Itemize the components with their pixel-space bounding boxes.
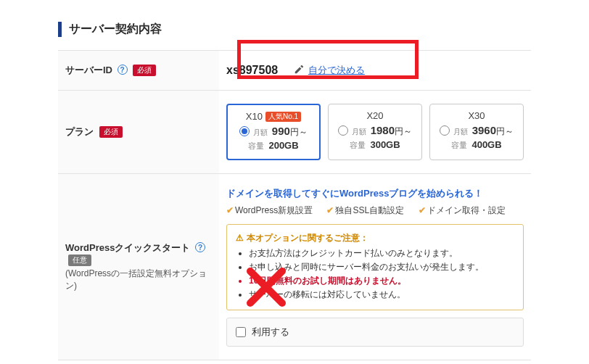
monthly-label: 月額 xyxy=(253,128,268,136)
notice-item: お支払方法はクレジットカード払いのみとなります。 xyxy=(249,247,514,260)
yen-suffix: 円～ xyxy=(395,126,412,136)
quickstart-use-checkbox-row[interactable]: 利用する xyxy=(226,318,524,347)
plan-label-cell: プラン 必須 xyxy=(58,91,219,174)
radio-icon xyxy=(440,125,450,136)
plan-label: プラン xyxy=(65,126,94,137)
server-id-label: サーバーID xyxy=(65,65,112,75)
radio-icon xyxy=(239,126,250,136)
quickstart-label-cell: WordPressクイックスタート ? 任意 (WordPressの一括設定無料… xyxy=(58,174,219,360)
quickstart-features: ✔WordPress新規設置 ✔独自SSL自動設定 ✔ドメイン取得・設定 xyxy=(226,204,524,217)
optional-badge: 任意 xyxy=(68,255,91,266)
quickstart-notice: ⚠本オプションに関するご注意： お支払方法はクレジットカード払いのみとなります。… xyxy=(226,224,524,310)
notice-title: 本オプションに関するご注意： xyxy=(247,233,368,243)
monthly-label: 月額 xyxy=(453,128,468,136)
plan-card-x10[interactable]: X10 人気No.1 月額 990円～ 容量 200GB xyxy=(226,104,321,160)
quickstart-label: WordPressクイックスタート xyxy=(65,242,190,253)
warning-icon: ⚠ xyxy=(236,233,244,243)
yen-suffix: 円～ xyxy=(290,127,308,137)
plan-capacity: 200GB xyxy=(268,140,298,151)
plan-price: 990 xyxy=(272,125,290,137)
plan-price: 1980 xyxy=(371,124,395,136)
feature-item: ドメイン取得・設定 xyxy=(427,205,506,215)
feature-item: 独自SSL自動設定 xyxy=(335,205,404,215)
plan-capacity: 300GB xyxy=(370,139,400,150)
capacity-label: 容量 xyxy=(451,141,467,149)
check-icon: ✔ xyxy=(419,205,426,215)
quickstart-use-checkbox[interactable] xyxy=(236,327,246,337)
contract-form-table: サーバーID ? 必須 xs897508 自分で決める プラン 必須 X10 人… xyxy=(58,50,531,360)
notice-item: お申し込みと同時にサーバー料金のお支払いが発生します。 xyxy=(249,261,514,273)
plan-name: X20 xyxy=(366,110,383,121)
plan-price: 3960 xyxy=(472,124,496,136)
monthly-label: 月額 xyxy=(352,128,366,136)
capacity-label: 容量 xyxy=(248,141,264,150)
required-badge: 必須 xyxy=(99,126,123,138)
notice-item-red: 10日間無料のお試し期間はありません。 xyxy=(249,275,514,287)
popular-badge: 人気No.1 xyxy=(265,112,301,122)
help-icon[interactable]: ? xyxy=(195,242,205,252)
plan-name: X10 xyxy=(246,111,263,122)
quickstart-headline: ドメインを取得してすぐにWordPressブログを始められる！ xyxy=(226,187,524,200)
yen-suffix: 円～ xyxy=(496,126,514,136)
plan-card-x30[interactable]: X30 月額 3960円～ 容量 400GB xyxy=(429,104,524,160)
radio-icon xyxy=(338,125,348,136)
plan-card-x20[interactable]: X20 月額 1980円～ 容量 300GB xyxy=(328,104,422,160)
plan-options: X10 人気No.1 月額 990円～ 容量 200GB X20 xyxy=(226,104,524,160)
capacity-label: 容量 xyxy=(350,141,366,149)
decide-self-link[interactable]: 自分で決める xyxy=(308,65,365,75)
server-id-label-cell: サーバーID ? 必須 xyxy=(58,51,219,91)
quickstart-use-label: 利用する xyxy=(252,326,289,339)
plan-name: X30 xyxy=(468,110,485,121)
check-icon: ✔ xyxy=(226,205,234,215)
check-icon: ✔ xyxy=(326,205,334,215)
server-id-value: xs897508 xyxy=(226,64,278,77)
feature-item: WordPress新規設置 xyxy=(235,205,313,215)
section-title: サーバー契約内容 xyxy=(58,22,531,37)
notice-item: サーバーの移転には対応していません。 xyxy=(249,289,514,301)
quickstart-subnote: (WordPressの一括設定無料オプション) xyxy=(65,268,212,292)
help-icon[interactable]: ? xyxy=(118,65,128,75)
required-badge: 必須 xyxy=(133,65,156,76)
pencil-icon xyxy=(294,65,304,75)
plan-capacity: 400GB xyxy=(471,139,501,150)
